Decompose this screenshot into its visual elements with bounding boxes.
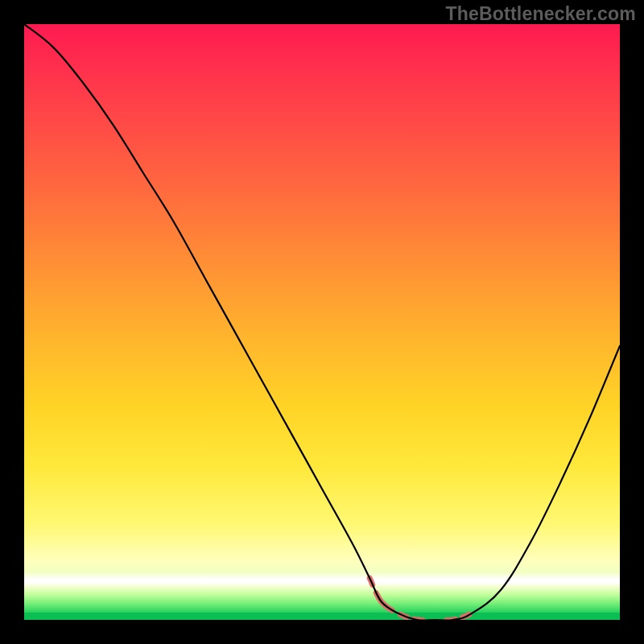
watermark-text: TheBottlenecker.com (446, 3, 636, 25)
plot-area (24, 24, 620, 620)
optimal-range-highlight (369, 578, 471, 620)
curve-svg (24, 24, 620, 620)
bottleneck-curve (24, 24, 620, 620)
chart-frame: TheBottlenecker.com (0, 0, 644, 644)
